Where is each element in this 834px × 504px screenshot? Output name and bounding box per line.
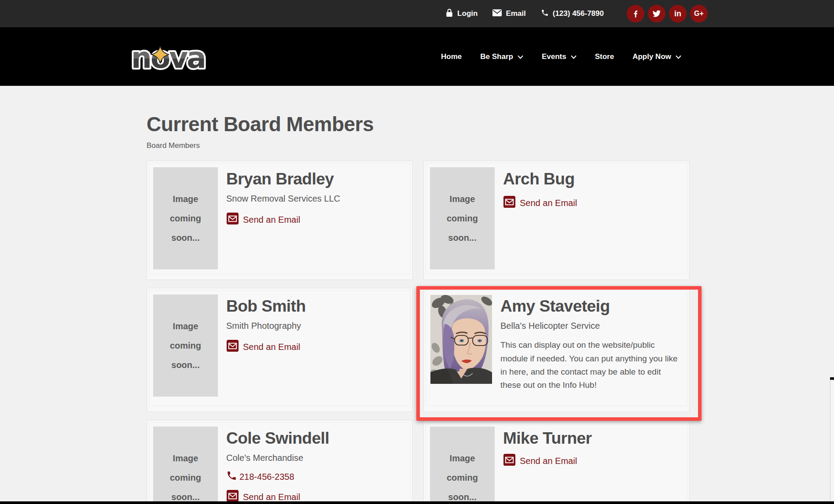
nova-logo[interactable]: nova xyxy=(129,36,228,78)
phone-icon xyxy=(226,470,237,483)
social-links: in G+ xyxy=(627,5,708,22)
phone-icon xyxy=(541,9,549,19)
card-inner: Image coming soon... Arch Bug Send an Em… xyxy=(426,163,687,274)
member-company: Cole's Merchandise xyxy=(226,453,329,463)
member-info: Amy Staveteig Bella's Helicopter Service… xyxy=(500,294,682,402)
phone-number: (123) 456-7890 xyxy=(553,9,604,18)
member-card-bryan-bradley: Image coming soon... Bryan Bradley Snow … xyxy=(147,161,413,280)
member-name: Mike Turner xyxy=(503,430,592,446)
nav-be-sharp[interactable]: Be Sharp xyxy=(480,52,523,61)
member-card-arch-bug: Image coming soon... Arch Bug Send an Em… xyxy=(423,161,690,280)
utility-bar: Login Email (123) 456-7890 in G+ xyxy=(0,0,834,27)
image-placeholder: Image coming soon... xyxy=(153,294,218,397)
scrollbar-thumb[interactable] xyxy=(830,377,834,380)
email-badge-icon xyxy=(226,339,239,354)
member-card-mike-turner: Image coming soon... Mike Turner Send an… xyxy=(423,420,690,504)
member-name: Arch Bug xyxy=(503,171,577,187)
chevron-down-icon xyxy=(571,52,577,61)
svg-text:nova: nova xyxy=(131,41,205,75)
twitter-icon[interactable] xyxy=(648,5,665,22)
member-company: Snow Removal Services LLC xyxy=(226,194,340,204)
scrollbar-track[interactable] xyxy=(830,380,834,501)
send-email-link[interactable]: Send an Email xyxy=(503,195,577,210)
member-photo xyxy=(430,295,492,384)
send-email-link[interactable]: Send an Email xyxy=(503,453,577,468)
member-info: Arch Bug Send an Email xyxy=(503,167,577,270)
nav-home[interactable]: Home xyxy=(441,52,462,61)
email-badge-icon xyxy=(503,195,516,210)
member-company: Smith Photography xyxy=(226,321,305,331)
member-company: Bella's Helicopter Service xyxy=(500,321,682,331)
send-email-link[interactable]: Send an Email xyxy=(226,212,300,227)
member-info: Bob Smith Smith Photography Send an Emai… xyxy=(226,294,305,402)
login-label: Login xyxy=(457,9,478,18)
lock-icon xyxy=(445,8,453,19)
linkedin-icon[interactable]: in xyxy=(669,5,687,22)
phone-link[interactable]: 218-456-2358 xyxy=(226,470,294,483)
image-placeholder: Image coming soon... xyxy=(430,167,495,269)
member-info: Cole Swindell Cole's Merchandise 218-456… xyxy=(226,427,329,504)
nav-apply-now[interactable]: Apply Now xyxy=(632,52,681,61)
page-title: Current Board Members xyxy=(147,114,690,135)
site-header: nova Home Be Sharp Events Store Apply No… xyxy=(0,27,834,86)
envelope-icon xyxy=(492,9,502,18)
member-name: Amy Staveteig xyxy=(500,298,682,314)
member-bio: This can display out on the website/publ… xyxy=(500,338,682,392)
chevron-down-icon xyxy=(518,52,523,61)
card-inner: Image coming soon... Mike Turner Send an… xyxy=(426,422,687,504)
email-link[interactable]: Email xyxy=(492,9,525,18)
board-members-grid: Image coming soon... Bryan Bradley Snow … xyxy=(147,161,690,504)
google-plus-icon[interactable]: G+ xyxy=(690,5,708,22)
member-name: Bob Smith xyxy=(226,298,305,314)
facebook-icon[interactable] xyxy=(627,5,644,22)
phone-link[interactable]: (123) 456-7890 xyxy=(541,9,604,19)
email-badge-icon xyxy=(226,212,239,227)
breadcrumb: Board Members xyxy=(147,141,690,150)
image-placeholder: Image coming soon... xyxy=(430,427,495,504)
chevron-down-icon xyxy=(676,52,681,61)
send-email-link[interactable]: Send an Email xyxy=(226,339,300,354)
card-inner: Image coming soon... Cole Swindell Cole'… xyxy=(149,422,411,504)
member-card-cole-swindell: Image coming soon... Cole Swindell Cole'… xyxy=(147,420,413,504)
card-inner: Image coming soon... Bob Smith Smith Pho… xyxy=(149,290,411,406)
nav-store[interactable]: Store xyxy=(595,52,614,61)
email-label: Email xyxy=(506,9,525,18)
bottom-edge-bar xyxy=(0,501,834,504)
image-placeholder: Image coming soon... xyxy=(153,167,218,269)
member-card-bob-smith: Image coming soon... Bob Smith Smith Pho… xyxy=(147,288,413,412)
login-link[interactable]: Login xyxy=(445,8,478,19)
email-badge-icon xyxy=(503,453,516,468)
nav-events[interactable]: Events xyxy=(542,52,577,61)
member-info: Mike Turner Send an Email xyxy=(503,427,592,504)
card-inner: Image coming soon... Bryan Bradley Snow … xyxy=(149,163,411,274)
main-content: Current Board Members Board Members Imag… xyxy=(0,86,834,504)
image-placeholder: Image coming soon... xyxy=(153,427,218,504)
card-inner: Amy Staveteig Bella's Helicopter Service… xyxy=(426,290,687,406)
member-card-amy-staveteig: Amy Staveteig Bella's Helicopter Service… xyxy=(423,288,690,412)
main-nav: Home Be Sharp Events Store Apply Now xyxy=(441,27,681,86)
member-name: Cole Swindell xyxy=(226,430,329,446)
member-name: Bryan Bradley xyxy=(226,171,340,187)
member-info: Bryan Bradley Snow Removal Services LLC … xyxy=(226,167,340,270)
